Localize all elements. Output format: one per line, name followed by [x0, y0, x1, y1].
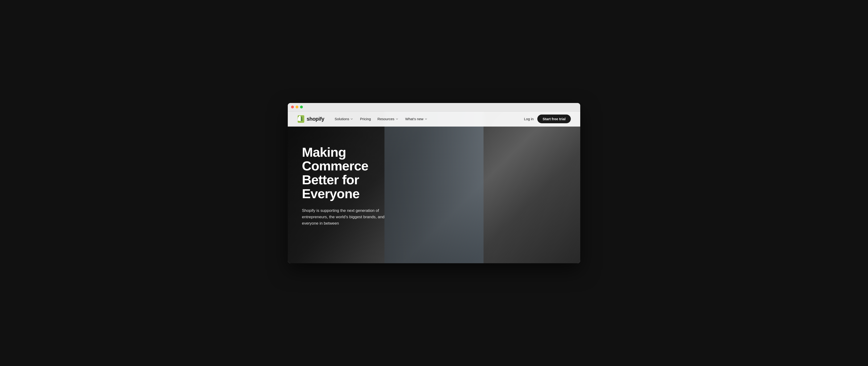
nav-whats-new-label: What's new	[405, 117, 423, 121]
nav-item-whats-new[interactable]: What's new	[402, 115, 431, 123]
navbar: shopify Solutions Pricing Resources	[288, 111, 580, 127]
traffic-lights	[291, 106, 303, 108]
hero-subtext: Shopify is supporting the next generatio…	[302, 207, 392, 227]
chevron-down-icon-2	[395, 118, 399, 121]
maximize-button[interactable]	[300, 106, 303, 108]
chevron-down-icon	[350, 118, 353, 121]
nav-links: Solutions Pricing Resources What's new	[332, 115, 524, 123]
login-link[interactable]: Log in	[524, 117, 534, 121]
shopify-logo[interactable]: shopify	[297, 115, 324, 123]
nav-item-solutions[interactable]: Solutions	[332, 115, 356, 123]
title-bar	[288, 103, 580, 111]
nav-actions: Log in Start free trial	[524, 114, 571, 123]
hero-headline-line2: Better for Everyone	[302, 172, 360, 201]
nav-item-pricing[interactable]: Pricing	[357, 115, 374, 123]
close-button[interactable]	[291, 106, 294, 108]
mac-window: shopify Solutions Pricing Resources	[288, 103, 580, 263]
hero-headline-line1: Making Commerce	[302, 145, 368, 173]
nav-solutions-label: Solutions	[335, 117, 349, 121]
nav-item-resources[interactable]: Resources	[375, 115, 401, 123]
shopify-bag-icon	[297, 115, 305, 123]
page-content: shopify Solutions Pricing Resources	[288, 111, 580, 263]
minimize-button[interactable]	[296, 106, 299, 108]
hero-headline: Making Commerce Better for Everyone	[302, 145, 406, 201]
chevron-down-icon-3	[424, 118, 428, 121]
nav-resources-label: Resources	[377, 117, 394, 121]
nav-pricing-label: Pricing	[360, 117, 371, 121]
logo-text: shopify	[307, 116, 324, 122]
hero-section: Making Commerce Better for Everyone Shop…	[288, 127, 420, 241]
start-trial-button[interactable]: Start free trial	[537, 114, 571, 123]
